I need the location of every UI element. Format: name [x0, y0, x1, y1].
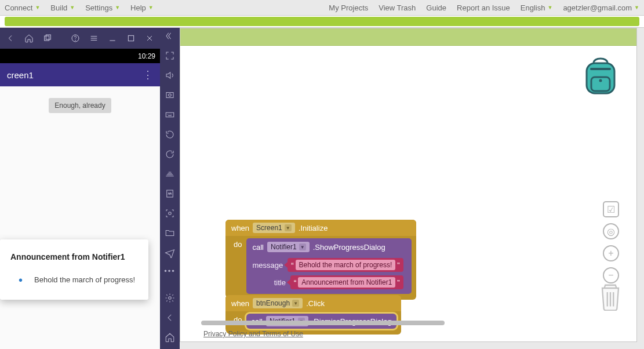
- svg-rect-13: [590, 68, 611, 70]
- component-dropdown-btnenough[interactable]: btnEnough▼: [253, 298, 303, 308]
- link-my-projects[interactable]: My Projects: [329, 3, 368, 12]
- svg-rect-0: [45, 36, 49, 41]
- svg-rect-7: [166, 112, 174, 117]
- menu-connect[interactable]: Connect▼: [5, 3, 40, 12]
- fullscreen-icon[interactable]: [164, 50, 176, 61]
- event-name: .Initialize: [299, 224, 328, 232]
- progress-dialog: Announcement from Notifier1 • Behold the…: [0, 239, 148, 300]
- volume-icon[interactable]: [164, 70, 176, 81]
- zoom-in-button[interactable]: +: [603, 245, 619, 261]
- when-keyword: when: [231, 299, 249, 308]
- menu-help[interactable]: Help▼: [130, 3, 154, 12]
- top-menu-right: My Projects View Trash Guide Report an I…: [329, 3, 639, 12]
- more-icon[interactable]: •••: [164, 267, 176, 275]
- svg-rect-5: [166, 93, 173, 98]
- trash-icon[interactable]: [598, 282, 623, 312]
- link-view-trash[interactable]: View Trash: [379, 3, 416, 12]
- component-dropdown-notifier1[interactable]: Notifier1▼: [267, 242, 310, 252]
- windows-icon[interactable]: [43, 34, 52, 43]
- blocks-canvas[interactable]: ☑ ◎ + − when Screen1▼ .Initialize: [180, 46, 636, 341]
- block-screen1-initialize[interactable]: when Screen1▼ .Initialize do call N: [225, 220, 416, 300]
- rail-back-icon[interactable]: [164, 312, 176, 323]
- event-name: .Click: [306, 299, 325, 308]
- svg-point-14: [599, 79, 602, 82]
- rotate-left-icon[interactable]: [164, 129, 176, 140]
- backpack-icon[interactable]: [582, 57, 619, 97]
- home-icon[interactable]: [24, 34, 34, 43]
- svg-rect-4: [128, 35, 133, 41]
- minimize-icon[interactable]: [108, 34, 117, 43]
- capture-icon[interactable]: [164, 208, 176, 219]
- back-icon[interactable]: [6, 34, 15, 43]
- link-guide[interactable]: Guide: [426, 3, 446, 12]
- phone-time: 10:29: [138, 52, 155, 60]
- phone-body: Enough, already Announcement from Notifi…: [0, 86, 160, 349]
- dialog-message: Behold the march of progress!: [34, 275, 135, 284]
- menu-user-account[interactable]: agetzler@gmail.com▼: [563, 3, 639, 12]
- zoom-out-button[interactable]: −: [603, 267, 619, 283]
- svg-point-6: [169, 94, 172, 97]
- settings-gear-icon[interactable]: [164, 292, 176, 304]
- svg-point-3: [75, 40, 76, 41]
- link-report-issue[interactable]: Report an Issue: [457, 3, 510, 12]
- collapse-icon[interactable]: [164, 30, 176, 42]
- keyboard-icon[interactable]: [164, 109, 176, 121]
- do-keyword: do: [234, 238, 242, 249]
- blocks-workspace[interactable]: ☑ ◎ + − when Screen1▼ .Initialize: [180, 28, 637, 342]
- menu-build[interactable]: Build▼: [50, 3, 75, 12]
- method-name: .ShowProgressDialog: [313, 243, 385, 252]
- rail-home-icon[interactable]: [164, 332, 176, 343]
- text-block-title[interactable]: “Announcement from Notifier1”: [290, 275, 403, 289]
- param-title-label: title: [274, 278, 286, 287]
- screenshot-icon[interactable]: [164, 89, 176, 101]
- maximize-icon[interactable]: [126, 34, 136, 43]
- network-icon[interactable]: [164, 168, 176, 180]
- airplane-icon[interactable]: [164, 247, 176, 259]
- call-keyword: call: [252, 243, 264, 252]
- phone-overflow-icon[interactable]: ⋮: [143, 68, 153, 81]
- horizontal-scrollbar[interactable]: [190, 321, 468, 326]
- block-call-showprogressdialog[interactable]: call Notifier1▼ .ShowProgressDialog mess…: [246, 238, 411, 294]
- top-menu-bar: Connect▼ Build▼ Settings▼ Help▼ My Proje…: [0, 0, 644, 15]
- emulator-side-rail: •••: [160, 28, 180, 349]
- svg-point-10: [169, 297, 172, 300]
- phone-screen-title: creen1: [7, 70, 34, 80]
- phone-button-enough[interactable]: Enough, already: [49, 98, 111, 113]
- param-message-label: message: [252, 261, 283, 270]
- svg-point-9: [169, 212, 172, 215]
- menu-language[interactable]: English▼: [521, 3, 553, 12]
- emulator-toolbar: [0, 28, 160, 49]
- recenter-button[interactable]: ◎: [603, 223, 619, 239]
- svg-rect-1: [46, 35, 50, 39]
- secondary-toolbar: [0, 15, 644, 28]
- privacy-link[interactable]: Privacy Policy and Terms of Use: [203, 330, 303, 338]
- svg-rect-8: [167, 190, 173, 197]
- emulator-panel: 10:29 creen1 ⋮ Enough, already Announcem…: [0, 28, 160, 349]
- close-icon[interactable]: [145, 34, 154, 43]
- canvas-controls: ☑ ◎ + −: [603, 201, 619, 283]
- rotate-right-icon[interactable]: [164, 148, 176, 160]
- checklist-button[interactable]: ☑: [603, 201, 619, 217]
- dialog-title: Announcement from Notifier1: [10, 252, 138, 261]
- workspace-header-strip: [180, 28, 636, 46]
- folder-icon[interactable]: [164, 227, 176, 239]
- phone-statusbar: 10:29: [0, 49, 160, 63]
- help-icon[interactable]: [71, 34, 80, 43]
- phone-appbar: creen1 ⋮: [0, 63, 160, 86]
- menu-settings[interactable]: Settings▼: [85, 3, 120, 12]
- when-keyword: when: [231, 224, 249, 232]
- block-btnenough-click[interactable]: when btnEnough▼ .Click do call Notifier1…: [225, 295, 401, 335]
- apk-icon[interactable]: [164, 188, 176, 199]
- top-menu-left: Connect▼ Build▼ Settings▼ Help▼: [5, 3, 154, 12]
- component-dropdown-screen1[interactable]: Screen1▼: [253, 223, 295, 233]
- text-block-message[interactable]: “Behold the march of progress!”: [288, 258, 403, 272]
- menu-icon[interactable]: [89, 34, 99, 43]
